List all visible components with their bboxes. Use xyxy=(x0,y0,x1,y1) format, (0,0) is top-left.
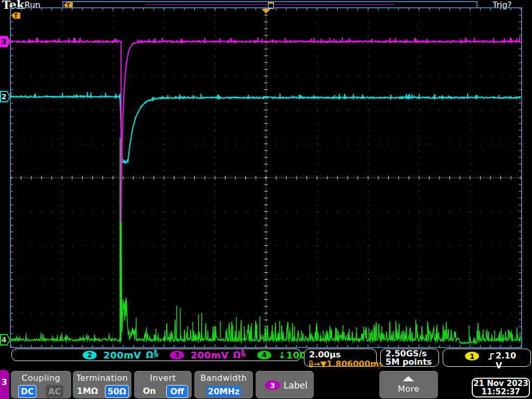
trigger-source-badge: 1 xyxy=(465,352,479,361)
termination-1mohm-option[interactable]: 1MΩ xyxy=(77,386,98,396)
ch4-badge[interactable]: 4 xyxy=(257,351,271,360)
ch2-badge[interactable]: 2 xyxy=(83,351,97,360)
record-length: 5M points xyxy=(385,358,438,366)
ch2-impedance-icon: Ω xyxy=(146,350,153,360)
channel-2-marker[interactable]: 2 xyxy=(0,91,10,102)
ch3-badge[interactable]: 3 xyxy=(170,351,184,360)
menu-channel-tab[interactable]: 3 xyxy=(0,370,9,399)
channel-4-marker[interactable]: 4 xyxy=(0,334,10,345)
coupling-ac-option[interactable]: AC xyxy=(46,385,63,397)
invert-off-option[interactable]: Off xyxy=(166,385,188,398)
ch3-impedance-icon: Ω xyxy=(233,350,241,360)
invert-button[interactable]: Invert On Off xyxy=(134,371,192,398)
trigger-t-icon: T xyxy=(309,361,313,367)
invert-on-option[interactable]: On xyxy=(143,386,156,396)
ch2-bandwidth-limit-icon: BW xyxy=(154,350,158,357)
termination-50ohm-option[interactable]: 50Ω xyxy=(105,385,129,398)
label-button[interactable]: 3 Label xyxy=(256,371,314,398)
horizontal-readout[interactable]: 2.00µs T →▼ 1.806000ms xyxy=(304,349,377,367)
termination-button[interactable]: Termination 1MΩ 50Ω xyxy=(73,371,131,398)
horizontal-scale: 2.00µs xyxy=(309,350,376,360)
horizontal-delay: 1.806000ms xyxy=(327,359,384,369)
ch3-bandwidth-limit-icon: BW xyxy=(241,350,246,357)
bandwidth-20mhz-option[interactable]: 20MHz xyxy=(206,386,241,397)
trigger-level: 2.10 V xyxy=(496,351,525,370)
coupling-button[interactable]: Coupling DC AC xyxy=(11,371,71,398)
trigger-slope-icon xyxy=(487,352,496,361)
datetime-display: 21 Nov 2023 11:52:37 xyxy=(472,378,530,397)
trigger-readout[interactable]: 1 2.10 V xyxy=(443,349,531,367)
waveform-canvas xyxy=(11,8,521,347)
delay-arrows-icon: →▼ xyxy=(313,359,327,369)
acquisition-readout[interactable]: 2.50GS/s 5M points xyxy=(380,349,439,367)
coupling-dc-option[interactable]: DC xyxy=(18,385,36,398)
channel-readout-bar[interactable]: 2 200mV Ω BW 3 200mV Ω BW 4 ↓100mV Ω BW xyxy=(11,349,301,361)
ch3-scale: 200mV xyxy=(191,350,229,361)
time-text: 11:52:37 xyxy=(473,388,529,396)
label-channel-badge: 3 xyxy=(265,380,280,390)
more-button[interactable]: More xyxy=(379,371,438,398)
bandwidth-button[interactable]: Bandwidth 20MHz xyxy=(194,371,253,398)
label-title: Label xyxy=(284,380,308,391)
channel-3-marker[interactable]: 3 xyxy=(0,36,10,47)
oscilloscope-screen: Tek Run T Trig? T 3 2 4 2 200mV Ω BW 3 2… xyxy=(0,0,532,399)
more-up-icon xyxy=(403,376,414,381)
ch2-scale: 200mV xyxy=(103,350,141,361)
date-text: 21 Nov 2023 xyxy=(473,379,529,388)
